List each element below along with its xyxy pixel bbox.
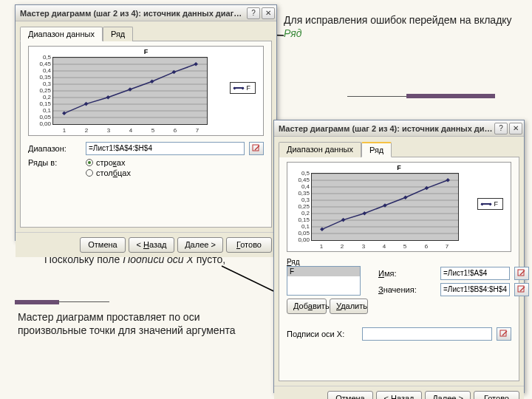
- remove-series-button[interactable]: Удалить: [330, 299, 368, 314]
- chart-wizard-dialog-step2-range: Мастер диаграмм (шаг 2 из 4): источник д…: [15, 4, 277, 241]
- window-title: Мастер диаграмм (шаг 2 из 4): источник д…: [279, 124, 493, 133]
- help-button[interactable]: ?: [494, 123, 508, 134]
- svg-rect-16: [150, 80, 154, 84]
- series-listbox[interactable]: F: [287, 266, 361, 296]
- finish-button[interactable]: Готово: [474, 391, 519, 399]
- decorative-rule: [347, 96, 495, 99]
- xaxis-labels-input[interactable]: [362, 327, 492, 341]
- svg-rect-35: [425, 186, 429, 191]
- plot-area: [52, 57, 208, 125]
- panel-series: F F 0,00 0,05 0,1 0,15 0,2 0,25 0,3 0,35…: [279, 157, 519, 381]
- chart-preview: F F 0,00 0,05 0,1 0,15 0,2 0,25 0,3: [28, 46, 264, 136]
- svg-rect-17: [172, 70, 177, 75]
- name-ref-button[interactable]: [514, 267, 529, 280]
- range-input[interactable]: =Лист1!$A$4:$H$4: [86, 142, 245, 155]
- cancel-button[interactable]: Отмена: [80, 237, 126, 253]
- finish-button[interactable]: Готово: [226, 237, 272, 253]
- back-button[interactable]: < Назад: [376, 391, 422, 399]
- tab-data-range[interactable]: Диапазон данных: [279, 142, 361, 157]
- next-button[interactable]: Далее >: [177, 237, 223, 253]
- tabstrip: Диапазон данных Ряд: [20, 26, 272, 41]
- close-button[interactable]: ✕: [262, 7, 275, 19]
- dialog-buttons: Отмена < Назад Далее > Готово: [16, 232, 276, 257]
- values-label: Значения:: [378, 285, 436, 294]
- svg-rect-13: [84, 102, 89, 106]
- name-input[interactable]: =Лист1!$A$4: [440, 267, 510, 280]
- plot-area: [311, 173, 459, 241]
- titlebar[interactable]: Мастер диаграмм (шаг 2 из 4): источник д…: [16, 5, 276, 21]
- svg-rect-31: [341, 218, 346, 222]
- radio-columns[interactable]: столбцах: [86, 168, 131, 177]
- decorative-rule-left-line: [58, 301, 109, 302]
- svg-rect-34: [403, 196, 408, 200]
- series-item[interactable]: F: [287, 267, 360, 276]
- chart-preview: F F 0,00 0,05 0,1 0,15 0,2 0,25 0,3 0,35…: [287, 162, 511, 252]
- titlebar[interactable]: Мастер диаграмм (шаг 2 из 4): источник д…: [274, 120, 524, 137]
- annotation-arbitrary-points: Мастер диаграмм проставляет по оси произ…: [18, 310, 254, 337]
- tabstrip: Диапазон данных Ряд: [279, 141, 519, 157]
- svg-rect-36: [446, 178, 450, 183]
- next-button[interactable]: Далее >: [425, 391, 471, 399]
- xaxis-labels-label: Подписи оси X:: [287, 330, 358, 338]
- xaxis-ref-button[interactable]: [497, 327, 511, 341]
- svg-rect-12: [62, 112, 66, 116]
- rows-in-label: Ряды в:: [28, 158, 81, 167]
- chart-legend: F: [477, 198, 504, 210]
- panel-data-range: F F 0,00 0,05 0,1 0,15 0,2 0,25 0,3: [20, 41, 272, 228]
- chart-legend: F: [230, 82, 256, 94]
- help-button[interactable]: ?: [247, 7, 260, 19]
- cancel-button[interactable]: Отмена: [327, 391, 373, 399]
- range-ref-button[interactable]: [249, 142, 264, 155]
- dialog-buttons: Отмена < Назад Далее > Готово: [274, 386, 524, 399]
- svg-rect-32: [362, 211, 366, 216]
- values-input[interactable]: =Лист1!$B$4:$H$4: [440, 283, 510, 296]
- chart-title: F: [287, 163, 511, 171]
- range-label: Диапазон:: [28, 144, 81, 153]
- radio-rows[interactable]: строках: [86, 158, 131, 167]
- tab-series[interactable]: Ряд: [103, 27, 133, 41]
- chart-title: F: [29, 47, 263, 55]
- annotation-fix-errors: Для исправления ошибок перейдем на вклад…: [284, 13, 520, 40]
- tab-series[interactable]: Ряд: [361, 142, 392, 157]
- name-label: Имя:: [378, 269, 436, 278]
- window-title: Мастер диаграмм (шаг 2 из 4): источник д…: [20, 9, 245, 18]
- back-button[interactable]: < Назад: [129, 237, 174, 253]
- values-ref-button[interactable]: [514, 283, 529, 296]
- chart-wizard-dialog-step2-series: Мастер диаграмм (шаг 2 из 4): источник д…: [273, 120, 525, 393]
- close-button[interactable]: ✕: [509, 123, 522, 134]
- tab-data-range[interactable]: Диапазон данных: [20, 27, 103, 41]
- decorative-rule-left: [15, 300, 59, 304]
- series-list-label: Ряд: [287, 258, 368, 266]
- svg-rect-30: [320, 228, 324, 232]
- svg-rect-14: [106, 95, 110, 100]
- svg-rect-18: [194, 62, 198, 66]
- add-series-button[interactable]: Добавить: [287, 299, 327, 314]
